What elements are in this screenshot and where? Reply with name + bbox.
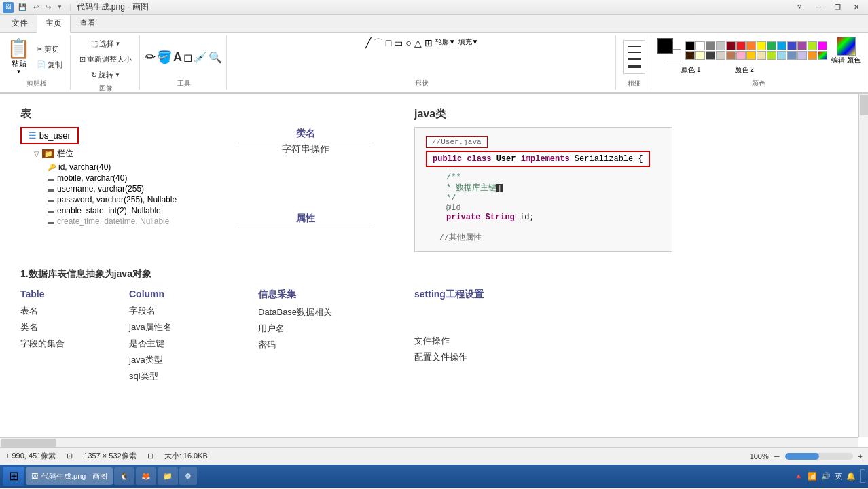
taskbar-item-3[interactable]: 🦊 — [136, 467, 156, 485]
outline-btn[interactable]: 轮廓▼ — [435, 37, 456, 50]
minimize-btn[interactable]: ─ — [810, 1, 827, 14]
field-username: ▬ username, varchar(255) — [48, 184, 197, 194]
java-file-comment: //User.java — [426, 136, 488, 148]
color-custom[interactable] — [818, 51, 827, 60]
taskbar-item-2[interactable]: 🐧 — [114, 467, 134, 485]
color-lightyellow[interactable] — [695, 51, 705, 60]
zoom-in-btn[interactable]: + — [858, 452, 863, 460]
col-column-item-4: sql类型 — [129, 370, 238, 382]
color-red[interactable] — [736, 41, 746, 50]
ribbon-group-tools: ✏ 🪣 A ◻ 💉 🔍 工具 — [141, 35, 227, 90]
quick-redo[interactable]: ↪ — [43, 3, 53, 11]
status-bar: + 990, 451像素 ⊡ 1357 × 532像素 ⊟ 大小: 16.0KB… — [0, 447, 868, 465]
color-lavender[interactable] — [797, 51, 807, 60]
tray-network[interactable]: 📶 — [808, 472, 817, 481]
zoom-out-btn[interactable]: ─ — [774, 452, 780, 460]
edit-color-btn[interactable]: 编辑 颜色 — [831, 37, 861, 64]
paste-btn[interactable]: 📋 粘贴 ▼ — [7, 39, 31, 75]
color-tan[interactable] — [746, 51, 756, 60]
shape-roundrect[interactable]: ▭ — [393, 37, 403, 50]
fill-shape-btn[interactable]: 填充▼ — [458, 37, 480, 50]
arrow-classname: 类名 字符串操作 — [238, 128, 374, 158]
color-yellow[interactable] — [757, 41, 766, 50]
tab-view[interactable]: 查看 — [71, 14, 105, 32]
fill-icon[interactable]: 🪣 — [157, 50, 172, 65]
shape-curve[interactable]: ⌒ — [373, 37, 384, 50]
quick-save[interactable]: 💾 — [16, 3, 29, 11]
ribbon-group-image: ⬚选择▼ ⊡重新调整大小 ↻旋转▼ 图像 — [72, 35, 140, 90]
col-column: Column 字段名 java属性名 是否主键 java类型 sql类型 — [129, 289, 238, 386]
canvas-size: 1357 × 532像素 — [84, 451, 136, 461]
tab-home[interactable]: 主页 — [37, 14, 71, 33]
color-gray2[interactable] — [716, 41, 725, 50]
rotate-btn[interactable]: ↻旋转▼ — [88, 68, 124, 82]
eraser-icon[interactable]: ◻ — [183, 51, 192, 64]
color-white[interactable] — [695, 41, 705, 50]
color-black[interactable] — [685, 41, 695, 50]
ribbon: 📋 粘贴 ▼ ✂剪切 📄复制 剪贴板 ⬚选择▼ — [0, 33, 868, 94]
color-blue[interactable] — [787, 41, 797, 50]
brush-size-selector[interactable] — [623, 40, 645, 74]
color-gray1[interactable] — [706, 41, 715, 50]
color-purple[interactable] — [797, 41, 807, 50]
tray-notification-bell[interactable]: 🔔 — [846, 472, 856, 481]
magnify-icon[interactable]: 🔍 — [209, 51, 222, 64]
color-picker-icon[interactable]: 💉 — [194, 51, 207, 64]
tray-language[interactable]: 英 — [835, 471, 842, 482]
color-green[interactable] — [767, 41, 776, 50]
text-icon[interactable]: A — [173, 50, 182, 65]
shape-more[interactable]: ⊞ — [424, 37, 433, 50]
pencil-icon[interactable]: ✏ — [145, 50, 156, 65]
resize-btn[interactable]: ⊡重新调整大小 — [76, 52, 135, 67]
shape-rect[interactable]: □ — [385, 37, 392, 50]
file-size: 大小: 16.0KB — [164, 451, 208, 461]
quick-dropdown[interactable]: ▼ — [56, 4, 64, 10]
zoom-slider[interactable] — [785, 453, 853, 460]
col-info-title: 信息采集 — [258, 289, 394, 301]
taskbar-item-4[interactable]: 📁 — [158, 467, 178, 485]
fields-list: 🔑 id, varchar(40) ▬ mobile, varchar(40) … — [48, 162, 197, 226]
cut-btn[interactable]: ✂剪切 — [33, 42, 66, 56]
close-btn[interactable]: ✕ — [848, 1, 865, 14]
color-lightgray[interactable] — [716, 51, 725, 60]
color1-swatch[interactable] — [657, 38, 673, 54]
color-lightblue[interactable] — [777, 51, 786, 60]
quick-undo[interactable]: ↩ — [31, 3, 41, 11]
taskbar-item-5[interactable]: ⚙ — [179, 467, 197, 485]
start-button[interactable]: ⊞ — [3, 467, 24, 486]
color-orange[interactable] — [746, 41, 756, 50]
color-periwinkle[interactable] — [787, 51, 797, 60]
color-gold[interactable] — [808, 51, 817, 60]
shape-ellipse[interactable]: ○ — [405, 37, 412, 50]
shape-line[interactable]: ╱ — [365, 37, 372, 50]
zoom-level: 100% — [750, 452, 769, 460]
table-box[interactable]: ☰ bs_user — [20, 127, 79, 144]
show-desktop[interactable] — [860, 469, 865, 483]
shape-triangle[interactable]: △ — [414, 37, 422, 50]
color-salmon[interactable] — [736, 51, 746, 60]
v-scrollbar[interactable] — [858, 94, 868, 437]
color-lime[interactable] — [808, 41, 817, 50]
col-setting-spacer1 — [414, 306, 523, 316]
diagram-main: 表 ☰ bs_user ▽ 📁 栏位 🔑 — [20, 107, 848, 252]
color-darkbrown[interactable] — [685, 51, 695, 60]
title-bar-left: 🖼 💾 ↩ ↪ ▼ | 代码生成.png - 画图 — [3, 1, 149, 13]
tray-notification[interactable]: 🔺 — [794, 472, 803, 481]
color-brown[interactable] — [726, 51, 736, 60]
taskbar-item-paint[interactable]: 🖼 代码生成.png - 画图 — [26, 467, 113, 485]
col-info-item-1: 用户名 — [258, 323, 394, 335]
h-scrollbar[interactable] — [0, 437, 858, 447]
color-magenta[interactable] — [818, 41, 827, 50]
tray-volume[interactable]: 🔊 — [821, 472, 831, 481]
color-teal[interactable] — [777, 41, 786, 50]
help-btn[interactable]: ? — [791, 1, 808, 14]
color-lightyellow2[interactable] — [757, 51, 766, 60]
tab-file[interactable]: 文件 — [3, 14, 37, 32]
color-darkred[interactable] — [726, 41, 736, 50]
select-btn[interactable]: ⬚选择▼ — [88, 37, 124, 51]
ribbon-group-shapes: ╱ ⌒ □ ▭ ○ △ ⊞ 轮廓▼ 填充▼ 形状 — [228, 35, 616, 90]
color-darkgray[interactable] — [706, 51, 715, 60]
copy-btn[interactable]: 📄复制 — [33, 58, 66, 72]
color-lightgreen[interactable] — [767, 51, 776, 60]
restore-btn[interactable]: ❐ — [829, 1, 846, 14]
